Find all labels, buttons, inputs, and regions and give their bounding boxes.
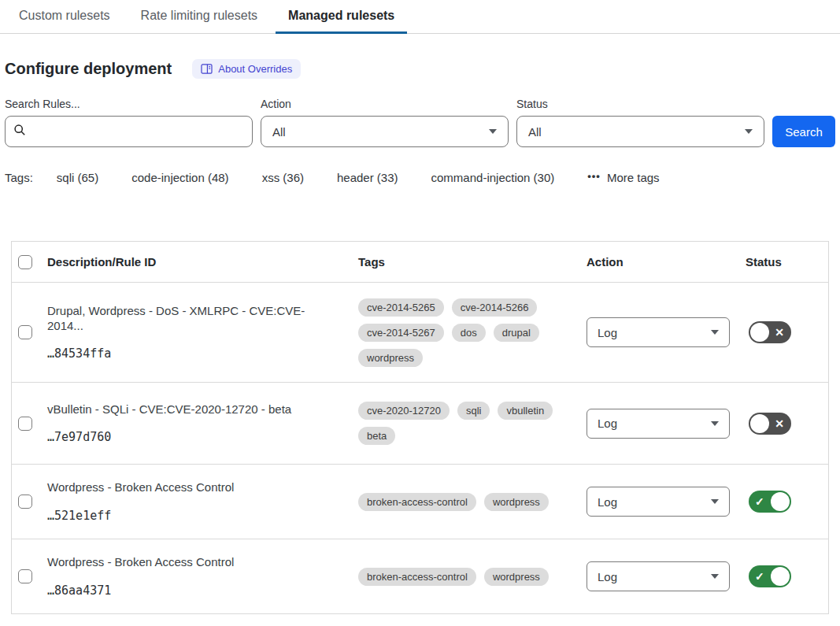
tag-chip: wordpress: [484, 493, 549, 511]
chevron-down-icon: [711, 330, 719, 335]
tags-bar-label: Tags:: [5, 171, 33, 184]
rule-tags: cve-2020-12720 sqli vbulletin beta: [358, 402, 587, 445]
book-icon: [201, 64, 213, 74]
rule-id: …86aa4371: [47, 583, 339, 598]
toggle-knob: [750, 323, 769, 342]
rule-tags: cve-2014-5265 cve-2014-5266 cve-2014-526…: [358, 298, 587, 367]
rule-tags: broken-access-control wordpress: [358, 568, 587, 586]
tag-chip: wordpress: [484, 568, 549, 586]
tag-chip: cve-2020-12720: [358, 402, 450, 420]
chevron-down-icon: [489, 129, 497, 134]
status-filter-value: All: [528, 125, 542, 139]
status-toggle[interactable]: ✕: [749, 321, 791, 343]
search-rules-box: [5, 116, 253, 147]
action-filter: Action All: [261, 98, 509, 147]
toggle-state-icon: ✕: [775, 326, 784, 339]
row-checkbox[interactable]: [18, 495, 32, 509]
rule-action-select[interactable]: Log: [587, 487, 730, 517]
table-header-row: Description/Rule ID Tags Action Status: [12, 242, 828, 283]
rule-description: vBulletin - SQLi - CVE:CVE-2020-12720 - …: [47, 402, 339, 417]
column-header-status: Status: [746, 255, 828, 269]
rule-action-value: Log: [598, 326, 617, 339]
status-filter-select[interactable]: All: [516, 116, 764, 147]
tag-filter-command-injection[interactable]: command-injection (30): [431, 171, 555, 184]
toggle-knob: [771, 492, 790, 511]
rule-id: …521e1eff: [47, 509, 339, 523]
status-filter: Status All: [516, 98, 764, 147]
chevron-down-icon: [711, 574, 719, 579]
column-header-action: Action: [587, 255, 746, 269]
tab-managed-rulesets[interactable]: Managed rulesets: [276, 0, 407, 34]
search-rules-input[interactable]: [32, 125, 244, 139]
tag-chip: cve-2014-5266: [452, 298, 538, 317]
row-checkbox[interactable]: [18, 417, 32, 431]
table-row: Wordpress - Broken Access Control …86aa4…: [12, 539, 828, 614]
search-rules-filter: Search Rules...: [5, 98, 253, 147]
tag-chip: beta: [358, 427, 395, 445]
tag-chip: wordpress: [358, 349, 423, 367]
search-button[interactable]: Search: [772, 116, 835, 147]
rule-id: …84534ffa: [47, 346, 339, 361]
filters-row: Search Rules... Action All Status: [5, 98, 835, 147]
tags-bar: Tags: sqli (65) code-injection (48) xss …: [5, 171, 835, 184]
row-checkbox[interactable]: [18, 325, 32, 339]
tag-chip: dos: [452, 324, 486, 342]
rule-action-value: Log: [598, 570, 617, 583]
chevron-down-icon: [745, 129, 753, 134]
tag-chip: drupal: [494, 324, 539, 342]
tag-chip: broken-access-control: [358, 493, 476, 511]
rule-description: Wordpress - Broken Access Control: [47, 480, 339, 495]
toggle-state-icon: ✕: [775, 417, 784, 429]
rule-action-value: Log: [598, 417, 617, 430]
rule-action-select[interactable]: Log: [587, 561, 730, 591]
column-header-tags: Tags: [358, 255, 587, 269]
toggle-knob: [771, 567, 790, 586]
tag-chip: cve-2014-5267: [358, 324, 444, 342]
tag-filter-sqli[interactable]: sqli (65): [57, 171, 98, 184]
status-toggle[interactable]: ✕: [749, 413, 791, 435]
table-row: Drupal, Wordpress - DoS - XMLRPC - CVE:C…: [12, 283, 828, 383]
search-icon: [13, 124, 26, 139]
tag-chip: sqli: [457, 402, 490, 420]
about-overrides-label: About Overrides: [218, 63, 292, 75]
rule-action-select[interactable]: Log: [587, 317, 730, 347]
tag-filter-code-injection[interactable]: code-injection (48): [131, 171, 228, 184]
action-filter-label: Action: [261, 98, 509, 110]
row-checkbox[interactable]: [18, 569, 32, 583]
more-tags-label: More tags: [607, 171, 660, 184]
rule-action-select[interactable]: Log: [587, 409, 730, 439]
status-toggle[interactable]: ✓: [749, 565, 791, 587]
rules-table: Description/Rule ID Tags Action Status D…: [11, 241, 829, 614]
chevron-down-icon: [711, 499, 719, 504]
tab-rate-limiting-rulesets[interactable]: Rate limiting rulesets: [128, 0, 271, 34]
heading-row: Configure deployment About Overrides: [5, 59, 835, 79]
chevron-down-icon: [711, 421, 719, 426]
search-rules-label: Search Rules...: [5, 98, 253, 110]
action-filter-value: All: [272, 125, 286, 139]
about-overrides-link[interactable]: About Overrides: [192, 59, 301, 79]
ellipsis-icon: •••: [587, 170, 601, 182]
toggle-state-icon: ✓: [755, 570, 764, 583]
tag-filter-xss[interactable]: xss (36): [262, 171, 304, 184]
toggle-state-icon: ✓: [755, 495, 764, 508]
tag-filter-header[interactable]: header (33): [337, 171, 398, 184]
tag-chip: vbulletin: [498, 402, 553, 420]
select-all-checkbox[interactable]: [18, 255, 32, 269]
tag-chip: broken-access-control: [358, 568, 476, 586]
page-title: Configure deployment: [5, 60, 172, 78]
column-header-description: Description/Rule ID: [47, 255, 358, 269]
action-filter-select[interactable]: All: [261, 116, 509, 147]
toggle-knob: [750, 414, 769, 433]
status-toggle[interactable]: ✓: [749, 491, 791, 513]
rule-description: Drupal, Wordpress - DoS - XMLRPC - CVE:C…: [47, 304, 339, 334]
more-tags-button[interactable]: ••• More tags: [587, 171, 659, 184]
rule-tags: broken-access-control wordpress: [358, 493, 587, 511]
tag-chip: cve-2014-5265: [358, 298, 444, 317]
tab-custom-rulesets[interactable]: Custom rulesets: [6, 0, 123, 34]
tab-bar: Custom rulesets Rate limiting rulesets M…: [0, 0, 840, 34]
rule-description: Wordpress - Broken Access Control: [47, 555, 339, 570]
status-filter-label: Status: [516, 98, 764, 110]
rule-action-value: Log: [598, 495, 617, 509]
table-row: vBulletin - SQLi - CVE:CVE-2020-12720 - …: [12, 383, 828, 465]
rule-id: …7e97d760: [47, 430, 339, 444]
